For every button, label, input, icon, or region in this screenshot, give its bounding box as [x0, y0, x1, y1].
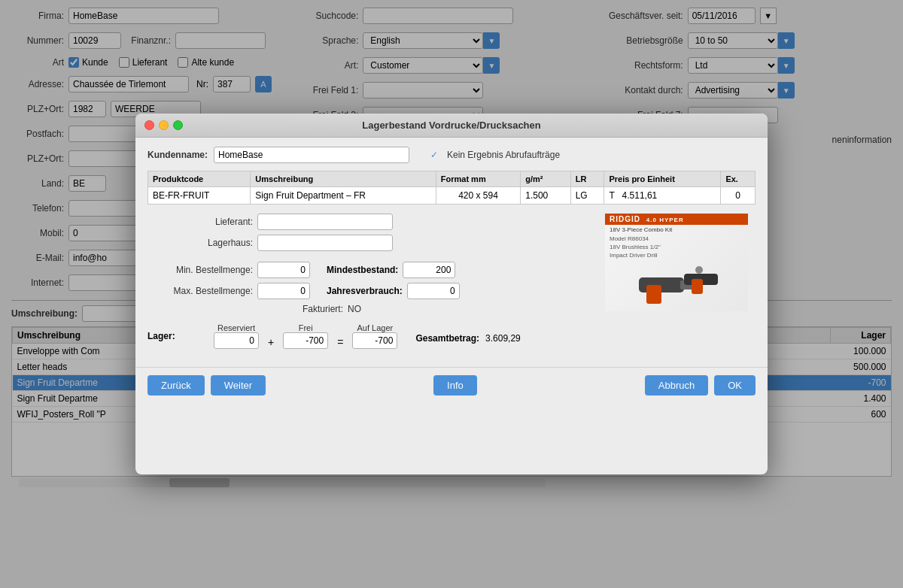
product-preis-type: T 4.511,61 — [604, 187, 721, 205]
ridgid-tools-visual — [605, 259, 748, 311]
modal-footer: Zurück Weiter Info Abbruch OK — [135, 367, 768, 403]
svg-rect-2 — [646, 285, 661, 304]
mindestbestand-input[interactable] — [403, 262, 455, 278]
product-desc: Sign Fruit Department – FR — [251, 187, 436, 205]
ridgid-footer: Kassetten Drill — [605, 311, 748, 311]
svg-rect-4 — [692, 279, 703, 294]
maximize-button[interactable] — [173, 120, 183, 130]
info-button[interactable]: Info — [433, 375, 477, 396]
product-code: BE-FR-FRUIT — [148, 187, 251, 205]
auf-lager-group: Auf Lager — [352, 323, 397, 349]
frei-stock-label: Frei — [299, 323, 313, 332]
footer-center-button: Info — [433, 375, 477, 396]
kundenname-input[interactable] — [214, 147, 409, 163]
frei-group: Frei — [283, 323, 328, 349]
lagerhaus-row: Lagerhaus: — [147, 235, 599, 251]
product-image-panel: RIDGID 4.0 HYPER 18V 3-Piece Combo Kit M… — [605, 214, 756, 311]
ridgid-sub2: 18V Brushless 1/2" — [605, 243, 748, 251]
product-image: RIDGID 4.0 HYPER 18V 3-Piece Combo Kit M… — [605, 214, 748, 311]
jahresverbrauch-label: Jahresverbrauch: — [327, 286, 403, 296]
auf-lager-input[interactable] — [352, 332, 397, 349]
zuruck-button[interactable]: Zurück — [147, 375, 205, 396]
minimize-button[interactable] — [159, 120, 169, 130]
svg-point-5 — [695, 266, 703, 274]
ridgid-brand: RIDGID 4.0 HYPER — [605, 214, 748, 225]
gesamtbetrag-value: 3.609,29 — [485, 333, 521, 344]
min-bestell-label: Min. Bestellmenge: — [147, 265, 253, 275]
frei-input[interactable] — [283, 332, 328, 349]
max-bestell-input[interactable] — [257, 283, 310, 299]
modal-mid-section: Lieferant: Lagerhaus: Min. Bestellmenge:… — [147, 214, 756, 358]
max-bestell-row: Max. Bestellmenge: Jahresverbrauch: — [147, 283, 599, 299]
jahresverbrauch-input[interactable] — [407, 283, 460, 299]
ok-button[interactable]: OK — [714, 375, 756, 396]
lieferant-input[interactable] — [257, 214, 393, 230]
kundenname-label: Kundenname: — [147, 150, 208, 160]
product-format: 420 x 594 — [436, 187, 521, 205]
footer-left-buttons: Zurück Weiter — [147, 375, 266, 396]
th-produktcode: Produktcode — [148, 171, 251, 187]
modal-titlebar: Lagerbestand Vordrucke/Drucksachen — [135, 114, 768, 138]
min-bestell-row: Min. Bestellmenge: Mindestbestand: — [147, 262, 599, 278]
weiter-button[interactable]: Weiter — [211, 375, 266, 396]
product-lr: LG — [570, 187, 604, 205]
equals-sign: = — [334, 336, 346, 348]
product-ex: 0 — [721, 187, 756, 205]
gesamtbetrag-label: Gesamtbetrag: — [415, 333, 479, 344]
fakturiert-row: Fakturiert: NO — [147, 304, 599, 314]
modal-title: Lagerbestand Vordrucke/Drucksachen — [362, 120, 540, 131]
reserviert-label: Reserviert — [217, 323, 255, 332]
product-table: Produktcode Umschreibung Format mm g/m² … — [147, 171, 756, 205]
lagerhaus-input[interactable] — [257, 235, 393, 251]
max-bestell-label: Max. Bestellmenge: — [147, 286, 253, 296]
th-gsm: g/m² — [521, 171, 570, 187]
modal-body: Kundenname: ✓ Kein Ergebnis Abrufaufträg… — [135, 138, 768, 367]
ridgid-product: 18V 3-Piece Combo Kit — [605, 225, 748, 235]
th-lr: LR — [570, 171, 604, 187]
reserviert-input[interactable] — [214, 332, 259, 349]
ridgid-sub1: Model R86034 — [605, 235, 748, 243]
traffic-lights — [144, 120, 183, 130]
modal-window: Lagerbestand Vordrucke/Drucksachen Kunde… — [135, 114, 768, 474]
lager-row: Lager: Reserviert + Frei = Auf Lager — [147, 320, 599, 352]
kein-ergebnis-label: Kein Ergebnis Abrufaufträge — [447, 150, 560, 160]
lieferant-row: Lieferant: — [147, 214, 599, 230]
product-row[interactable]: BE-FR-FRUIT Sign Fruit Department – FR 4… — [148, 187, 756, 205]
auf-lager-label: Auf Lager — [357, 323, 394, 332]
th-umschreibung: Umschreibung — [251, 171, 436, 187]
mindestbestand-label: Mindestbestand: — [327, 265, 398, 275]
checkmark-icon: ✓ — [430, 150, 438, 160]
format-x: x — [476, 190, 483, 201]
th-format: Format mm — [436, 171, 521, 187]
modal-mid-left: Lieferant: Lagerhaus: Min. Bestellmenge:… — [147, 214, 599, 358]
gesamtbetrag-group: Gesamtbetrag: 3.609,29 — [415, 333, 520, 344]
fakturiert-value: NO — [348, 304, 361, 314]
th-preis: Preis pro Einheit — [604, 171, 721, 187]
modal-overlay: Lagerbestand Vordrucke/Drucksachen Kunde… — [0, 0, 903, 588]
lieferant-label: Lieferant: — [147, 217, 253, 227]
fakturiert-label: Fakturiert: — [147, 304, 343, 314]
customer-row: Kundenname: ✓ Kein Ergebnis Abrufaufträg… — [147, 147, 756, 163]
abbruch-button[interactable]: Abbruch — [645, 375, 708, 396]
th-ex: Ex. — [721, 171, 756, 187]
min-bestell-input[interactable] — [257, 262, 310, 278]
plus-sign: + — [265, 336, 277, 348]
lager-label: Lager: — [147, 331, 208, 341]
reserviert-group: Reserviert — [214, 323, 259, 349]
footer-right-buttons: Abbruch OK — [645, 375, 756, 396]
lagerhaus-label: Lagerhaus: — [147, 238, 253, 248]
ridgid-sub3: Impact Driver Drill — [605, 251, 748, 259]
product-gsm: 1.500 — [521, 187, 570, 205]
close-button[interactable] — [144, 120, 154, 130]
